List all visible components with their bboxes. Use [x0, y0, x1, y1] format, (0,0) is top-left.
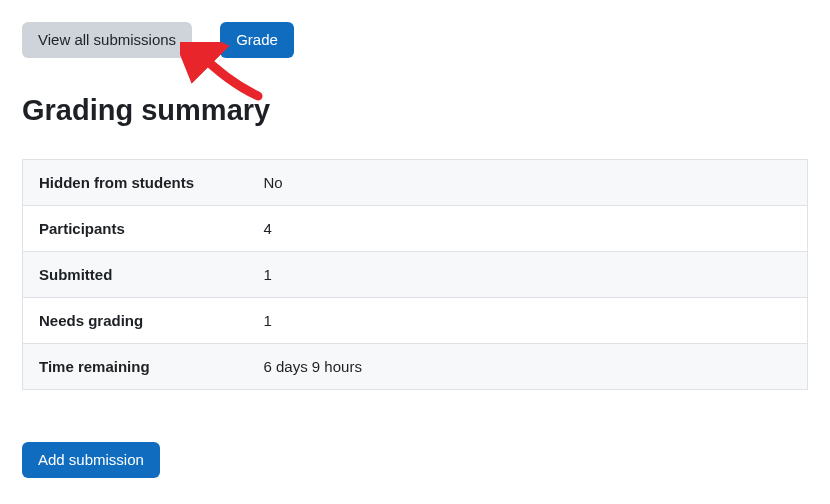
summary-value: No: [248, 160, 808, 206]
table-row: Participants 4: [23, 206, 808, 252]
summary-value: 6 days 9 hours: [248, 344, 808, 390]
grading-summary-table: Hidden from students No Participants 4 S…: [22, 159, 808, 390]
summary-value: 1: [248, 252, 808, 298]
summary-label: Hidden from students: [23, 160, 248, 206]
summary-value: 1: [248, 298, 808, 344]
summary-label: Needs grading: [23, 298, 248, 344]
grade-button[interactable]: Grade: [220, 22, 294, 58]
add-submission-button[interactable]: Add submission: [22, 442, 160, 478]
page-title: Grading summary: [22, 94, 808, 127]
table-row: Time remaining 6 days 9 hours: [23, 344, 808, 390]
view-all-submissions-button[interactable]: View all submissions: [22, 22, 192, 58]
table-row: Submitted 1: [23, 252, 808, 298]
top-button-row: View all submissions Grade: [22, 22, 808, 58]
summary-label: Time remaining: [23, 344, 248, 390]
table-row: Needs grading 1: [23, 298, 808, 344]
summary-label: Submitted: [23, 252, 248, 298]
table-row: Hidden from students No: [23, 160, 808, 206]
summary-label: Participants: [23, 206, 248, 252]
summary-value: 4: [248, 206, 808, 252]
